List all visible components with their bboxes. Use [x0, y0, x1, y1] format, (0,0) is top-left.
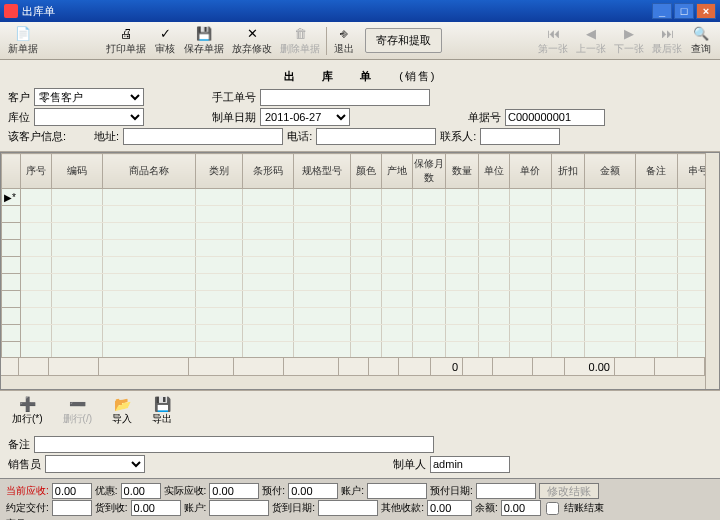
- addr-input[interactable]: [123, 128, 283, 145]
- table-row[interactable]: [2, 342, 719, 359]
- bal-input[interactable]: [501, 500, 541, 516]
- recv-input[interactable]: [131, 500, 181, 516]
- sum-qty: 0: [431, 358, 463, 375]
- minimize-button[interactable]: _: [652, 3, 672, 19]
- custinfo-label: 该客户信息:: [8, 129, 66, 144]
- separator: [326, 27, 327, 55]
- v-scrollbar[interactable]: [705, 153, 719, 389]
- new-doc-button[interactable]: 📄新单据: [4, 23, 42, 58]
- tel-label: 电话:: [287, 129, 312, 144]
- prev-button[interactable]: ◀上一张: [572, 23, 610, 58]
- recvdate-label: 货到日期:: [272, 501, 315, 515]
- manualno-label: 手工单号: [212, 90, 256, 105]
- sum-amount: 0.00: [565, 358, 615, 375]
- acct-label: 账户:: [341, 484, 364, 498]
- new-icon: 📄: [15, 25, 31, 41]
- table-row[interactable]: [2, 257, 719, 274]
- other-label: 其他收款:: [381, 501, 424, 515]
- bottom-form: 备注 销售员 制单人: [0, 431, 720, 478]
- customer-label: 客户: [8, 90, 30, 105]
- other-input[interactable]: [427, 500, 472, 516]
- table-row[interactable]: [2, 240, 719, 257]
- maker-input[interactable]: [430, 456, 510, 473]
- sales-label: 销售员: [8, 457, 41, 472]
- modify-settle-button[interactable]: 修改结账: [539, 483, 599, 499]
- app-icon: [4, 4, 18, 18]
- exit-icon: ⎆: [336, 25, 352, 41]
- next-button[interactable]: ▶下一张: [610, 23, 648, 58]
- contact-label: 联系人:: [440, 129, 476, 144]
- grid-summary: 0 0.00: [1, 357, 705, 375]
- manualno-input[interactable]: [260, 89, 430, 106]
- disc-input[interactable]: [121, 483, 161, 499]
- last-button[interactable]: ⏭最后张: [648, 23, 686, 58]
- import-button[interactable]: 📂导入: [106, 394, 138, 428]
- grid-header: 序号编码商品名称类别条形码规格型号颜色产地保修月数数量单位单价折扣金额备注串号: [2, 154, 719, 189]
- data-grid[interactable]: 序号编码商品名称类别条形码规格型号颜色产地保修月数数量单位单价折扣金额备注串号 …: [0, 152, 720, 390]
- main-toolbar: 📄新单据 🖨打印单据 ✓审核 💾保存单据 ✕放弃修改 🗑删除单据 ⎆退出 寄存和…: [0, 22, 720, 60]
- exit-button[interactable]: ⎆退出: [329, 23, 359, 58]
- settle-checkbox[interactable]: [546, 502, 559, 515]
- table-row[interactable]: [2, 308, 719, 325]
- print-icon: 🖨: [118, 25, 134, 41]
- maker-label: 制单人: [393, 457, 426, 472]
- docno-label: 单据号: [468, 110, 501, 125]
- table-row[interactable]: [2, 223, 719, 240]
- cancel-icon: ✕: [244, 25, 260, 41]
- disk-icon: 💾: [154, 396, 171, 412]
- recv-label: 货到收:: [95, 501, 128, 515]
- close-button[interactable]: ×: [696, 3, 716, 19]
- prepaydate-input[interactable]: [476, 483, 536, 499]
- acct2-input[interactable]: [209, 500, 269, 516]
- acct-input[interactable]: [367, 483, 427, 499]
- contact-input[interactable]: [480, 128, 560, 145]
- agree-input[interactable]: [52, 500, 92, 516]
- add-row-button[interactable]: ➕加行(*): [6, 394, 49, 428]
- save-fetch-button[interactable]: 寄存和提取: [365, 28, 442, 53]
- export-button[interactable]: 💾导出: [146, 394, 178, 428]
- table-row[interactable]: [2, 325, 719, 342]
- maximize-button[interactable]: □: [674, 3, 694, 19]
- search-icon: 🔍: [693, 25, 709, 41]
- first-button[interactable]: ⏮第一张: [534, 23, 572, 58]
- folder-open-icon: 📂: [114, 396, 131, 412]
- settle-label: 结账结束: [564, 501, 604, 515]
- search-button[interactable]: 🔍查询: [686, 23, 716, 58]
- warehouse-select[interactable]: [34, 108, 144, 126]
- acct2-label: 账户:: [184, 501, 207, 515]
- disc-label: 优惠:: [95, 484, 118, 498]
- save-button[interactable]: 💾保存单据: [180, 23, 228, 58]
- remark-input[interactable]: [34, 436, 434, 453]
- recvdate-input[interactable]: [318, 500, 378, 516]
- prepaydate-label: 预付日期:: [430, 484, 473, 498]
- delete-button[interactable]: 🗑删除单据: [276, 23, 324, 58]
- sales-select[interactable]: [45, 455, 145, 473]
- actual-input[interactable]: [209, 483, 259, 499]
- prepay-label: 预付:: [262, 484, 285, 498]
- del-row-button[interactable]: ➖删行(/): [57, 394, 98, 428]
- warehouse-label: 库位: [8, 110, 30, 125]
- table-row[interactable]: [2, 206, 719, 223]
- h-scrollbar[interactable]: [1, 375, 705, 389]
- first-icon: ⏮: [545, 25, 561, 41]
- table-row[interactable]: ▶*: [2, 189, 719, 206]
- date-input[interactable]: 2011-06-27: [260, 108, 350, 126]
- remark-label: 备注: [8, 437, 30, 452]
- print-button[interactable]: 🖨打印单据: [102, 23, 150, 58]
- check-icon: ✓: [157, 25, 173, 41]
- discard-button[interactable]: ✕放弃修改: [228, 23, 276, 58]
- next-icon: ▶: [621, 25, 637, 41]
- tel-input[interactable]: [316, 128, 436, 145]
- delete-icon: 🗑: [292, 25, 308, 41]
- docno-input[interactable]: [505, 109, 605, 126]
- prepay-input[interactable]: [288, 483, 338, 499]
- audit-button[interactable]: ✓审核: [150, 23, 180, 58]
- agree-label: 约定交付:: [6, 501, 49, 515]
- footer: 当前应收: 优惠: 实际应收: 预付: 账户: 预付日期: 修改结账 约定交付:…: [0, 478, 720, 520]
- bal-label: 余额:: [475, 501, 498, 515]
- table-row[interactable]: [2, 274, 719, 291]
- actual-label: 实际应收:: [164, 484, 207, 498]
- customer-select[interactable]: 零售客户: [34, 88, 144, 106]
- table-row[interactable]: [2, 291, 719, 308]
- curr-input[interactable]: [52, 483, 92, 499]
